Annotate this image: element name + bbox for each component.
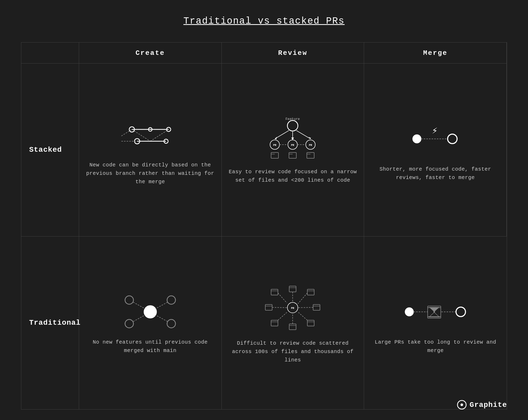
svg-line-38 (156, 302, 168, 309)
svg-point-78 (456, 307, 465, 317)
svg-line-65 (272, 307, 287, 308)
stacked-merge-svg: ⚡ (404, 126, 467, 152)
svg-text:PR: PR (309, 144, 312, 147)
stacked-merge-cell: ⚡ Shorter, more focused code, faster rev… (364, 64, 507, 237)
graphite-brand-name: Graphite (470, 401, 507, 409)
svg-point-74 (433, 311, 435, 313)
graphite-branding: Graphite (457, 400, 507, 410)
traditional-review-svg: PR (256, 281, 329, 334)
svg-marker-14 (275, 137, 277, 139)
traditional-merge-desc: Large PRs take too long to review and me… (369, 338, 501, 355)
svg-line-40 (133, 315, 145, 322)
traditional-review-visual: PR (227, 281, 359, 334)
traditional-create-cell: No new features until previous code merg… (79, 237, 222, 410)
svg-point-39 (125, 319, 133, 328)
traditional-merge-cell: Large PRs take too long to review and me… (364, 237, 507, 410)
traditional-row-label: Traditional (21, 237, 79, 410)
stacked-row-label: Stacked (21, 64, 79, 237)
stacked-review-desc: Easy to review code focused on a narrow … (227, 168, 359, 185)
svg-rect-27 (271, 153, 278, 158)
stacked-review-svg: Feature PR (253, 115, 332, 162)
header-create: Create (79, 43, 222, 64)
header-merge: Merge (364, 43, 507, 64)
traditional-review-cell: PR (222, 237, 364, 410)
svg-rect-66 (271, 289, 278, 295)
traditional-create-svg (116, 291, 184, 333)
stacked-create-visual (84, 114, 216, 156)
svg-rect-28 (289, 153, 296, 158)
stacked-merge-visual: ⚡ (369, 118, 501, 160)
svg-point-69 (405, 308, 413, 316)
stacked-review-cell: Feature PR (222, 64, 364, 237)
header-review: Review (222, 43, 364, 64)
svg-line-62 (278, 312, 287, 320)
svg-text:PR: PR (273, 144, 276, 147)
svg-point-37 (167, 296, 175, 304)
svg-point-32 (448, 134, 457, 144)
svg-text:PR: PR (291, 144, 294, 147)
svg-text:⚡: ⚡ (432, 126, 438, 136)
stacked-create-svg (116, 119, 184, 150)
svg-line-50 (298, 293, 307, 304)
svg-point-34 (144, 306, 157, 318)
svg-line-17 (296, 130, 310, 139)
svg-rect-45 (289, 286, 296, 292)
svg-line-56 (298, 312, 307, 320)
svg-rect-48 (307, 289, 314, 295)
svg-line-1 (132, 129, 150, 141)
svg-line-53 (298, 307, 313, 308)
comparison-grid: Create Review Merge Stacked (21, 42, 507, 410)
svg-point-35 (125, 296, 133, 304)
svg-rect-60 (271, 320, 278, 326)
header-empty-cell (21, 43, 79, 64)
svg-line-42 (156, 315, 168, 322)
traditional-create-desc: No new features until previous code merg… (84, 338, 216, 355)
page-container: Traditional vs stacked PRs Create Review… (0, 0, 528, 420)
stacked-create-desc: New code can be directly based on the pr… (84, 161, 216, 186)
svg-point-30 (413, 135, 421, 143)
svg-line-36 (133, 302, 145, 309)
traditional-merge-svg (399, 299, 472, 325)
svg-rect-51 (313, 304, 320, 310)
svg-point-41 (167, 319, 175, 328)
svg-line-13 (275, 130, 289, 139)
svg-rect-63 (265, 304, 272, 310)
svg-text:PR: PR (291, 307, 294, 310)
svg-rect-54 (307, 320, 314, 326)
traditional-merge-visual (369, 291, 501, 333)
page-title: Traditional vs stacked PRs (183, 16, 345, 27)
stacked-merge-desc: Shorter, more focused code, faster revie… (369, 165, 501, 182)
svg-line-68 (278, 293, 287, 303)
stacked-create-cell: New code can be directly based on the pr… (79, 64, 222, 237)
traditional-review-desc: Difficult to review code scattered acros… (227, 339, 359, 364)
svg-rect-29 (307, 153, 314, 158)
traditional-create-visual (84, 291, 216, 333)
svg-point-12 (287, 120, 298, 131)
stacked-review-visual: Feature PR (227, 115, 359, 162)
svg-line-3 (121, 129, 132, 136)
graphite-logo-icon (457, 400, 467, 410)
svg-rect-57 (289, 324, 296, 330)
